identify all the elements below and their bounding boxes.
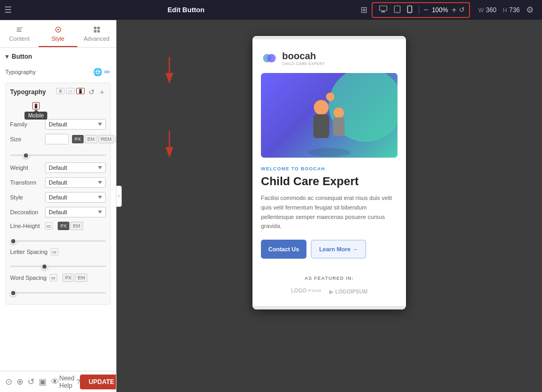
responsive-icons: 🖥 ▭ 📱 <box>56 87 85 95</box>
settings-icon[interactable]: ⚙ <box>526 5 534 15</box>
svg-rect-22 <box>333 117 345 136</box>
lh-unit-em[interactable]: EM <box>70 222 83 230</box>
section-toggle[interactable]: ▾ <box>5 53 8 60</box>
unit-px[interactable]: PX <box>72 135 84 143</box>
hero-illustration <box>297 84 361 158</box>
word-spacing-label: Word Spacing <box>10 275 47 281</box>
undo-icon[interactable]: ↺ <box>28 377 34 387</box>
word-spacing-indicator[interactable]: ▭ <box>50 274 57 281</box>
svg-rect-2 <box>381 12 385 13</box>
resp-desktop-icon[interactable]: 🖥 <box>56 88 65 94</box>
tablet-btn[interactable] <box>392 4 403 16</box>
decoration-select[interactable]: Default <box>45 207 106 217</box>
typography-label: Typography <box>5 69 35 75</box>
featured-title: AS FEATURED IN: <box>261 276 398 281</box>
tab-style[interactable]: Style <box>39 20 77 47</box>
word-spacing-slider[interactable] <box>10 292 106 294</box>
line-height-row: Line-Height ▭ PX EM <box>10 222 106 230</box>
family-label: Family <box>10 121 42 127</box>
panel-tabs: Content Style Advanced <box>0 20 116 48</box>
need-help-label: Need Help <box>59 375 75 389</box>
mobile-btn[interactable] <box>405 4 414 16</box>
width-label: W <box>478 7 484 13</box>
contact-btn[interactable]: Contact Us <box>261 240 306 259</box>
svg-point-21 <box>333 107 344 118</box>
history-icon[interactable]: ⊙ <box>5 377 12 387</box>
unit-rem[interactable]: REM <box>98 135 114 143</box>
svg-rect-1 <box>382 11 385 12</box>
reset-btn[interactable]: ↺ <box>87 87 96 97</box>
logo-row: LOGO IPSUM ▶ LOGOIPSUM <box>261 286 398 296</box>
transform-label: Transform <box>10 179 42 186</box>
template-icon[interactable]: ▣ <box>39 377 47 387</box>
svg-rect-9 <box>16 31 22 32</box>
logo-1: LOGO IPSUM <box>291 288 321 294</box>
update-button[interactable]: UPDATE <box>80 375 116 389</box>
panel-title: Edit Button <box>16 6 356 14</box>
tab-advanced-label: Advanced <box>84 35 110 42</box>
annotation-arrows <box>148 47 243 205</box>
letter-spacing-row: Letter Spacing ▭ <box>10 248 106 256</box>
preview-icon[interactable]: 👁 <box>51 377 59 387</box>
globe-icon[interactable]: 🌐 <box>93 68 102 76</box>
size-input[interactable] <box>45 134 69 144</box>
welcome-tag: WELCOME TO BOOCAH <box>261 166 398 171</box>
family-select[interactable]: Default <box>45 119 106 130</box>
tab-content-label: Content <box>9 35 30 42</box>
featured-section: AS FEATURED IN: LOGO IPSUM ▶ LOGOIPSUM <box>261 269 398 296</box>
desktop-btn[interactable] <box>377 4 390 15</box>
device-switcher: − 100% + ↺ <box>372 2 470 18</box>
tab-content[interactable]: Content <box>0 20 39 47</box>
size-label: Size <box>10 136 42 142</box>
svg-rect-15 <box>97 30 100 33</box>
svg-point-18 <box>308 148 350 157</box>
grid-icon[interactable]: ⊞ <box>360 5 367 15</box>
line-height-slider[interactable] <box>10 240 106 242</box>
ws-unit-em[interactable]: EM <box>75 274 88 282</box>
size-slider-container <box>10 149 106 158</box>
hamburger-icon[interactable]: ☰ <box>4 5 12 15</box>
hero-description: Facilisi commodo ac consequat erat risus… <box>261 194 398 231</box>
height-label: H <box>503 7 507 13</box>
learn-more-label: Learn More → <box>319 246 358 252</box>
letter-spacing-indicator[interactable]: ▭ <box>51 248 58 256</box>
zoom-out-btn[interactable]: − <box>423 5 428 15</box>
hero-image <box>261 73 398 158</box>
logo-icon <box>261 50 278 67</box>
size-slider[interactable] <box>10 154 106 156</box>
svg-rect-20 <box>313 114 329 138</box>
learn-more-btn[interactable]: Learn More → <box>311 240 366 259</box>
tab-advanced[interactable]: Advanced <box>77 20 116 47</box>
weight-row: Weight Default <box>10 162 106 173</box>
subsection-header: Typography 🖥 ▭ 📱 ↺ + <box>10 87 106 97</box>
resp-mobile-icon[interactable]: 📱 <box>76 88 85 94</box>
mobile-indicator[interactable]: 📱 <box>32 102 40 110</box>
transform-select[interactable]: Default <box>45 177 106 188</box>
top-bar-right: W 360 H 736 ⚙ <box>474 5 538 15</box>
unit-buttons: PX EM REM VW <box>72 135 116 143</box>
letter-spacing-slider[interactable] <box>10 266 106 267</box>
unit-vw[interactable]: VW <box>115 135 116 143</box>
need-help[interactable]: Need Help ? <box>59 375 80 389</box>
letter-spacing-label: Letter Spacing <box>10 249 48 255</box>
line-height-indicator[interactable]: ▭ <box>45 222 52 230</box>
zoom-reset-btn[interactable]: ↺ <box>459 6 465 14</box>
left-panel: Content Style Advanced ▾ Button Typograp… <box>0 20 116 392</box>
layers-icon[interactable]: ⊕ <box>16 377 23 387</box>
panel-content: ▾ Button Typography 🌐 ✏ Typography <box>0 48 116 371</box>
resp-tablet-icon[interactable]: ▭ <box>66 88 75 94</box>
weight-select[interactable]: Default <box>45 162 106 173</box>
top-bar: ☰ Edit Button ⊞ − 100% + ↺ W 360 H 736 ⚙ <box>0 0 542 20</box>
lh-unit-px[interactable]: PX <box>58 222 69 230</box>
zoom-in-btn[interactable]: + <box>451 5 456 15</box>
collapse-handle[interactable]: ‹ <box>116 186 122 207</box>
word-spacing-slider-container <box>10 286 106 296</box>
style-select[interactable]: Default <box>45 192 106 203</box>
edit-icon[interactable]: ✏ <box>104 68 111 76</box>
logo1-text: LOGO <box>291 288 306 294</box>
add-btn[interactable]: + <box>98 87 106 97</box>
unit-em[interactable]: EM <box>85 135 97 143</box>
ws-unit-px[interactable]: PX <box>62 274 74 282</box>
typography-subsection: Typography 🖥 ▭ 📱 ↺ + <box>5 83 111 305</box>
preview-content: boocah CHILD CARE EXPERT <box>252 39 406 306</box>
